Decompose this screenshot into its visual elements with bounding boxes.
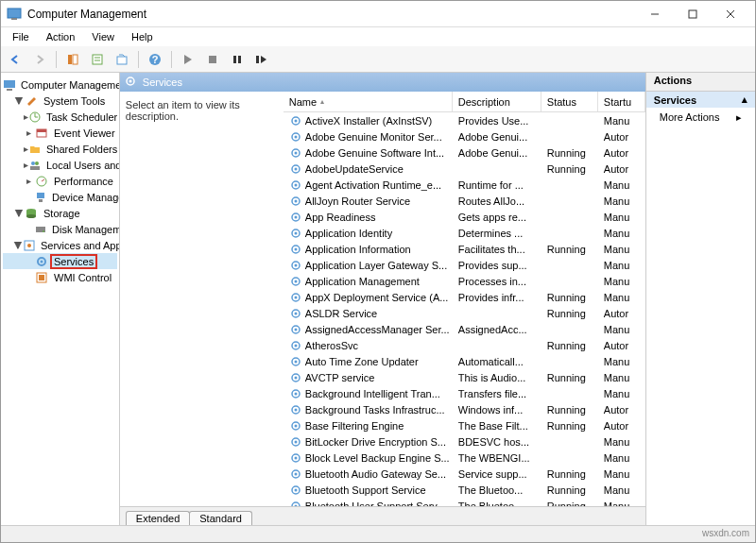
service-row[interactable]: Application InformationFacilitates th...… (284, 241, 645, 257)
tree-system-tools[interactable]: ⯆System Tools (3, 93, 117, 109)
service-description: Provides sup... (453, 260, 541, 271)
service-row[interactable]: AtherosSvcRunningAutor (284, 337, 645, 353)
service-name: AVCTP service (305, 372, 375, 383)
svg-point-26 (35, 161, 39, 165)
service-row[interactable]: AdobeUpdateServiceRunningAutor (284, 161, 645, 177)
service-gear-icon (289, 307, 302, 320)
tree-storage[interactable]: ⯆Storage (3, 205, 117, 221)
col-startup[interactable]: Startu (598, 92, 645, 111)
tree-device-manager[interactable]: Device Manager (3, 189, 117, 205)
service-gear-icon (289, 178, 302, 192)
restart-service-button[interactable] (251, 49, 272, 70)
performance-icon (34, 174, 49, 189)
service-description: Routes AllJo... (453, 195, 541, 207)
service-description: Runtime for ... (453, 179, 541, 191)
tab-standard[interactable]: Standard (189, 511, 252, 525)
help-button[interactable]: ? (145, 49, 165, 70)
svg-rect-27 (30, 166, 40, 170)
col-status[interactable]: Status (541, 92, 598, 111)
tree-event-viewer[interactable]: ▸Event Viewer (3, 125, 117, 141)
service-gear-icon (289, 339, 302, 352)
close-button[interactable] (712, 2, 749, 26)
col-description[interactable]: Description (453, 92, 541, 111)
service-row[interactable]: Adobe Genuine Software Int...Adobe Genui… (284, 144, 645, 161)
gear-icon (34, 254, 49, 269)
service-row[interactable]: Background Tasks Infrastruc...Windows in… (284, 401, 645, 417)
service-row[interactable]: Bluetooth Audio Gateway Se...Service sup… (284, 466, 645, 482)
service-description: Adobe Genui... (453, 147, 541, 159)
svg-point-73 (294, 344, 297, 347)
export-list-button[interactable] (112, 49, 132, 70)
svg-rect-41 (39, 275, 44, 280)
service-gear-icon (289, 130, 302, 144)
properties-button[interactable] (87, 49, 108, 70)
tree-wmi[interactable]: WMI Control (3, 269, 117, 285)
tab-extended[interactable]: Extended (126, 511, 190, 525)
svg-point-77 (294, 376, 297, 379)
svg-point-87 (294, 456, 297, 459)
clock-icon (28, 110, 42, 125)
stop-service-button[interactable] (202, 49, 223, 70)
computer-icon (3, 77, 16, 93)
service-row[interactable]: ASLDR ServiceRunningAutor (284, 305, 645, 321)
service-row[interactable]: Application ManagementProcesses in...Man… (284, 273, 645, 289)
start-service-button[interactable] (178, 49, 198, 70)
service-row[interactable]: Application Layer Gateway S...Provides s… (284, 257, 645, 273)
service-row[interactable]: Bluetooth User Support Serv...The Blueto… (284, 498, 645, 506)
col-name[interactable]: Name▴ (284, 92, 453, 111)
menu-help[interactable]: Help (124, 29, 161, 44)
pause-service-button[interactable] (227, 49, 248, 70)
service-name: Auto Time Zone Updater (305, 356, 419, 367)
service-row[interactable]: App ReadinessGets apps re...Manu (284, 209, 645, 225)
actions-more[interactable]: More Actions ▸ (646, 108, 755, 127)
navigation-tree: Computer Management (Local) ⯆System Tool… (1, 73, 120, 525)
service-row[interactable]: AllJoyn Router ServiceRoutes AllJo...Man… (284, 193, 645, 209)
service-description: Provides infr... (453, 292, 541, 303)
service-startup: Manu (598, 356, 645, 367)
main-panel: Services Select an item to view its desc… (120, 73, 646, 525)
tree-local-users[interactable]: ▸Local Users and Groups (3, 157, 117, 173)
svg-rect-14 (209, 56, 216, 63)
service-row[interactable]: Application IdentityDetermines ...Manu (284, 225, 645, 241)
service-row[interactable]: Auto Time Zone UpdaterAutomaticall...Man… (284, 353, 645, 369)
service-rows[interactable]: ActiveX Installer (AxInstSV)Provides Use… (284, 112, 645, 506)
tree-services[interactable]: Services (3, 253, 117, 269)
service-description: Automaticall... (453, 356, 541, 367)
service-row[interactable]: Block Level Backup Engine S...The WBENGI… (284, 450, 645, 466)
service-row[interactable]: AssignedAccessManager Ser...AssignedAcc.… (284, 321, 645, 337)
menubar: File Action View Help (1, 27, 755, 46)
tree-shared-folders[interactable]: ▸Shared Folders (3, 141, 117, 157)
forward-button[interactable] (29, 49, 50, 70)
service-name: Background Tasks Infrastruc... (305, 404, 445, 416)
service-row[interactable]: AppX Deployment Service (A...Provides in… (284, 289, 645, 305)
service-startup: Manu (598, 292, 645, 303)
service-row[interactable]: Background Intelligent Tran...Transfers … (284, 385, 645, 401)
service-row[interactable]: AVCTP serviceThis is Audio...RunningManu (284, 369, 645, 385)
main-header-title: Services (143, 76, 182, 88)
maximize-button[interactable] (674, 2, 712, 26)
service-row[interactable]: ActiveX Installer (AxInstSV)Provides Use… (284, 112, 645, 128)
minimize-button[interactable] (636, 2, 674, 26)
back-button[interactable] (5, 49, 26, 70)
menu-file[interactable]: File (5, 29, 37, 44)
service-row[interactable]: Agent Activation Runtime_e...Runtime for… (284, 177, 645, 193)
service-row[interactable]: Base Filtering EngineThe Base Filt...Run… (284, 417, 645, 433)
menu-action[interactable]: Action (39, 29, 83, 44)
tree-disk-management[interactable]: Disk Management (3, 221, 117, 237)
menu-view[interactable]: View (84, 29, 122, 44)
tree-services-apps[interactable]: ⯆Services and Applications (3, 237, 117, 253)
actions-subtitle[interactable]: Services ▴ (646, 92, 755, 108)
tree-task-scheduler[interactable]: ▸Task Scheduler (3, 109, 117, 125)
service-row[interactable]: Adobe Genuine Monitor Ser...Adobe Genui.… (284, 128, 645, 144)
service-name: Application Management (305, 276, 420, 287)
svg-point-45 (294, 119, 297, 122)
service-description: The Bluetoo... (453, 484, 541, 496)
show-hide-tree-button[interactable] (62, 49, 83, 70)
tree-root[interactable]: Computer Management (Local) (3, 76, 117, 93)
service-row[interactable]: BitLocker Drive Encryption S...BDESVC ho… (284, 433, 645, 450)
service-gear-icon (289, 419, 302, 433)
svg-rect-1 (11, 18, 17, 20)
service-row[interactable]: Bluetooth Support ServiceThe Bluetoo...R… (284, 482, 645, 498)
tree-performance[interactable]: ▸Performance (3, 173, 117, 189)
service-gear-icon (289, 387, 302, 400)
